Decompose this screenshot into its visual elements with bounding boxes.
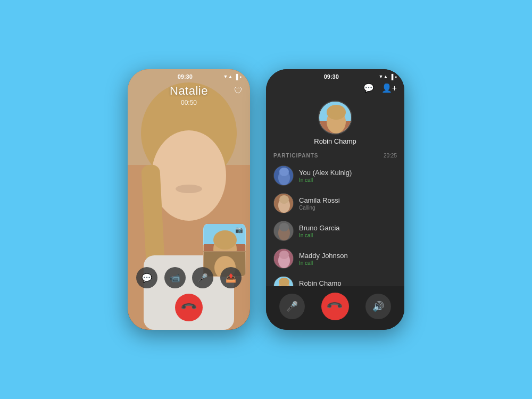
left-status-bar: 09:30 ▼▲ ▐ ▪ bbox=[128, 69, 250, 82]
svg-point-6 bbox=[176, 185, 202, 193]
caller-name: Natalie bbox=[128, 84, 250, 98]
share-icon: 📤 bbox=[226, 273, 236, 283]
chat-button[interactable]: 💬 bbox=[136, 267, 157, 288]
active-caller-avatar bbox=[318, 101, 352, 135]
right-end-call-button[interactable]: 📞 bbox=[321, 293, 349, 320]
end-call-button[interactable]: 📞 bbox=[175, 294, 203, 321]
participant-status-bruno: In call bbox=[299, 232, 397, 238]
participant-avatar-bruno bbox=[273, 221, 294, 241]
participant-name-you: You (Alex Kulnig) bbox=[299, 169, 397, 177]
participant-item: Camila Rossi Calling bbox=[266, 189, 404, 217]
video-icon: 📹 bbox=[170, 273, 180, 283]
active-caller-name: Robin Champ bbox=[314, 137, 356, 145]
shield-icon: 🛡 bbox=[234, 86, 243, 96]
svg-point-10 bbox=[213, 230, 237, 250]
wifi-icon-right: ▐ bbox=[389, 74, 393, 80]
right-controls-bar: 🎤 📞 🔊 bbox=[266, 286, 404, 330]
active-caller-section: Robin Champ bbox=[266, 95, 404, 149]
participant-avatar-robin bbox=[273, 276, 294, 286]
participant-avatar-maddy bbox=[273, 248, 294, 269]
participant-status-you: In call bbox=[299, 177, 397, 183]
video-button[interactable]: 📹 bbox=[164, 267, 186, 288]
right-speaker-icon: 🔊 bbox=[372, 301, 384, 312]
svg-point-19 bbox=[279, 168, 289, 176]
participant-item: Bruno Garcia In call bbox=[266, 217, 404, 245]
end-call-row: 📞 bbox=[133, 294, 245, 321]
participant-name-camila: Camila Rossi bbox=[299, 196, 397, 204]
battery-icon-right: ▪ bbox=[395, 74, 397, 80]
right-end-call-icon: 📞 bbox=[326, 297, 345, 316]
left-controls-bar: 💬 📹 🎤 📤 📞 bbox=[128, 262, 250, 330]
share-button[interactable]: 📤 bbox=[220, 267, 242, 288]
controls-row: 💬 📹 🎤 📤 bbox=[133, 267, 245, 288]
right-mute-icon: 🎤 bbox=[286, 301, 298, 312]
participants-header: PARTICIPANTS 20:25 bbox=[266, 149, 404, 162]
participant-item: Robin Champ In call bbox=[266, 272, 404, 286]
svg-point-3 bbox=[152, 130, 226, 221]
svg-point-25 bbox=[279, 223, 289, 231]
left-time: 09:30 bbox=[178, 73, 193, 80]
wifi-icon: ▐ bbox=[234, 74, 238, 80]
mute-icon: 🎤 bbox=[197, 273, 208, 283]
participant-info-maddy: Maddy Johnson In call bbox=[299, 252, 397, 266]
right-phone: 09:30 ▼▲ ▐ ▪ 💬 👤+ Robin Champ bbox=[266, 69, 404, 330]
participant-status-maddy: In call bbox=[299, 260, 397, 266]
right-time: 09:30 bbox=[324, 73, 339, 80]
participant-item: Maddy Johnson In call bbox=[266, 245, 404, 272]
svg-point-16 bbox=[327, 105, 346, 120]
signal-icon: ▼▲ bbox=[223, 74, 233, 79]
left-status-icons: ▼▲ ▐ ▪ bbox=[223, 74, 242, 80]
call-duration: 00:50 bbox=[128, 99, 250, 106]
add-person-icon[interactable]: 👤+ bbox=[381, 83, 397, 93]
participants-time: 20:25 bbox=[384, 153, 397, 159]
svg-point-22 bbox=[279, 195, 289, 204]
participant-name-robin: Robin Champ bbox=[299, 279, 397, 287]
svg-point-28 bbox=[279, 251, 289, 259]
right-status-bar: 09:30 ▼▲ ▐ ▪ bbox=[266, 69, 404, 82]
participant-info-robin: Robin Champ In call bbox=[299, 279, 397, 287]
right-phone-content: 09:30 ▼▲ ▐ ▪ 💬 👤+ Robin Champ bbox=[266, 69, 404, 330]
signal-icon-right: ▼▲ bbox=[379, 74, 388, 79]
right-status-icons: ▼▲ ▐ ▪ bbox=[379, 74, 397, 80]
participant-info-camila: Camila Rossi Calling bbox=[299, 196, 397, 211]
end-call-icon: 📞 bbox=[180, 298, 198, 317]
mute-button[interactable]: 🎤 bbox=[192, 267, 213, 288]
participant-info-you: You (Alex Kulnig) In call bbox=[299, 169, 397, 183]
top-icons-row: 💬 👤+ bbox=[266, 82, 404, 95]
participants-label: PARTICIPANTS bbox=[273, 153, 318, 159]
camera-icon: 📷 bbox=[235, 226, 243, 234]
participants-section: PARTICIPANTS 20:25 You (Alex Kulnig) In … bbox=[266, 149, 404, 286]
participant-status-camila: Calling bbox=[299, 205, 397, 211]
participant-avatar-you bbox=[273, 165, 294, 186]
right-mute-button[interactable]: 🎤 bbox=[279, 294, 305, 319]
participant-name-bruno: Bruno Garcia bbox=[299, 224, 397, 232]
svg-point-32 bbox=[279, 278, 289, 286]
participant-name-maddy: Maddy Johnson bbox=[299, 252, 397, 260]
participant-avatar-camila bbox=[273, 193, 294, 213]
left-phone: 📷 09:30 ▼▲ ▐ ▪ Natalie 00:50 🛡 💬 📹 bbox=[128, 69, 250, 330]
battery-icon: ▪ bbox=[239, 74, 242, 80]
participant-item: You (Alex Kulnig) In call bbox=[266, 162, 404, 189]
right-speaker-button[interactable]: 🔊 bbox=[365, 294, 391, 319]
chat-icon: 💬 bbox=[142, 273, 152, 283]
chat-icon-right[interactable]: 💬 bbox=[363, 83, 374, 93]
participant-info-bruno: Bruno Garcia In call bbox=[299, 224, 397, 238]
